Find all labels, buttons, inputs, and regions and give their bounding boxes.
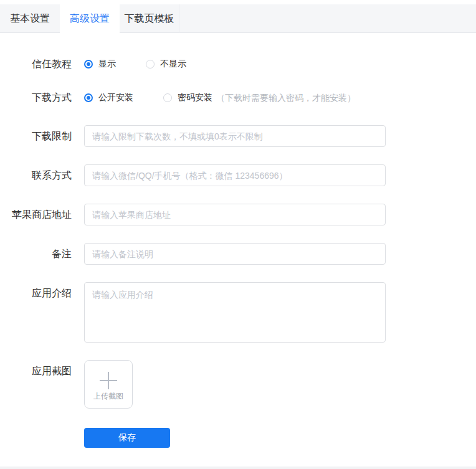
app-intro-textarea[interactable]: [84, 282, 386, 343]
tab-advanced-settings[interactable]: 高级设置: [60, 4, 120, 34]
tab-download-page-template[interactable]: 下载页模板: [120, 4, 179, 33]
bottom-edge-strip: [0, 467, 476, 469]
remark-label: 备注: [0, 243, 84, 265]
row-apple-store: 苹果商店地址: [0, 204, 476, 225]
trust-tutorial-label: 信任教程: [0, 58, 84, 70]
apple-store-label: 苹果商店地址: [0, 204, 84, 225]
trust-tutorial-radio-group: 显示 不显示: [84, 59, 216, 70]
save-button[interactable]: 保存: [84, 428, 170, 448]
download-limit-input[interactable]: [84, 125, 386, 147]
remark-input[interactable]: [84, 243, 386, 265]
radio-selected-icon: [84, 60, 93, 69]
plus-icon: [99, 371, 118, 390]
password-install-note: （下载时需要输入密码，才能安装）: [216, 92, 356, 104]
row-remark: 备注: [0, 243, 476, 265]
download-limit-label: 下载限制: [0, 125, 84, 147]
radio-unselected-icon: [146, 60, 155, 69]
radio-password-install[interactable]: 密码安装: [163, 92, 212, 103]
row-contact: 联系方式: [0, 164, 476, 186]
row-screenshots: 应用截图 上传截图: [0, 360, 476, 409]
advanced-settings-page: 基本设置 高级设置 下载页模板 信任教程 显示 不显示 下载方式: [0, 0, 476, 469]
tab-basic-settings[interactable]: 基本设置: [0, 4, 60, 33]
tab-bar: 基本设置 高级设置 下载页模板: [0, 4, 476, 33]
upload-screenshot-label: 上传截图: [93, 391, 123, 402]
row-download-limit: 下载限制: [0, 125, 476, 147]
download-method-radio-group: 公开安装 密码安装 （下载时需要输入密码，才能安装）: [84, 92, 356, 104]
row-app-intro: 应用介绍: [0, 282, 476, 343]
radio-hide[interactable]: 不显示: [146, 59, 186, 70]
row-trust-tutorial: 信任教程 显示 不显示: [0, 58, 476, 70]
row-download-method: 下载方式 公开安装 密码安装 （下载时需要输入密码，才能安装）: [0, 92, 476, 104]
screenshots-label: 应用截图: [0, 360, 84, 409]
radio-unselected-icon: [163, 93, 172, 102]
settings-form: 信任教程 显示 不显示 下载方式 公开安装: [0, 33, 476, 448]
app-intro-label: 应用介绍: [0, 282, 84, 343]
contact-input[interactable]: [84, 164, 386, 186]
contact-label: 联系方式: [0, 164, 84, 186]
radio-show[interactable]: 显示: [84, 59, 116, 70]
radio-public-install[interactable]: 公开安装: [84, 92, 133, 103]
radio-hide-label: 不显示: [160, 59, 186, 70]
apple-store-input[interactable]: [84, 204, 386, 225]
radio-public-install-label: 公开安装: [98, 92, 133, 103]
upload-screenshot-button[interactable]: 上传截图: [84, 360, 133, 409]
radio-show-label: 显示: [98, 59, 116, 70]
radio-selected-icon: [84, 93, 93, 102]
radio-password-install-label: 密码安装: [178, 92, 212, 103]
download-method-label: 下载方式: [0, 92, 84, 104]
